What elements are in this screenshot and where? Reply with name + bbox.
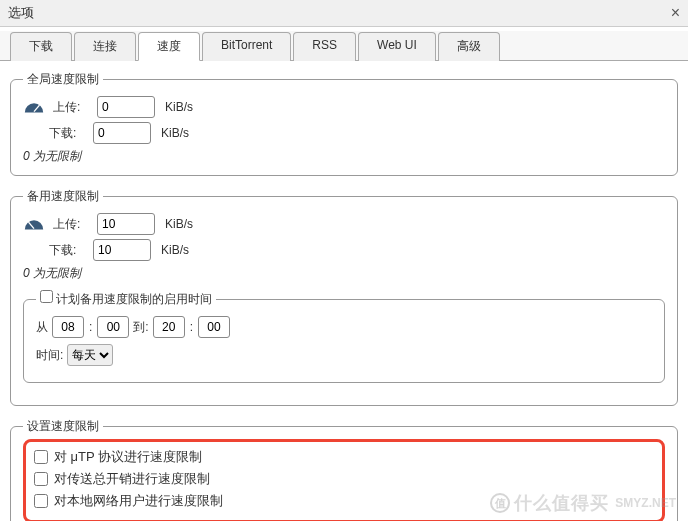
alt-speed-fieldset: 备用速度限制 上传: KiB/s 下载: KiB/s 0 为无限制 计划备用速度…: [10, 188, 678, 406]
gauge-icon: [23, 100, 45, 114]
to-min-input[interactable]: [198, 316, 230, 338]
from-min-input[interactable]: [97, 316, 129, 338]
tab-advanced[interactable]: 高级: [438, 32, 500, 61]
content-area: 全局速度限制 上传: KiB/s 下载: KiB/s 0 为无限制 备用速度限制…: [0, 61, 688, 521]
watermark: 值 什么值得买 SMYZ.NET: [490, 491, 676, 515]
global-speed-fieldset: 全局速度限制 上传: KiB/s 下载: KiB/s 0 为无限制: [10, 71, 678, 176]
rate-settings-legend: 设置速度限制: [23, 418, 103, 435]
global-upload-input[interactable]: [97, 96, 155, 118]
overhead-checkbox[interactable]: [34, 472, 48, 486]
title-bar: 选项 ×: [0, 0, 688, 27]
tab-connection[interactable]: 连接: [74, 32, 136, 61]
alt-upload-label: 上传:: [53, 216, 91, 233]
alt-hint: 0 为无限制: [23, 265, 665, 282]
overhead-label: 对传送总开销进行速度限制: [54, 470, 210, 488]
alt-download-unit: KiB/s: [161, 243, 189, 257]
schedule-fieldset: 计划备用速度限制的启用时间 从 : 到: : 时间: 每天: [23, 290, 665, 383]
tab-download[interactable]: 下载: [10, 32, 72, 61]
lan-checkbox[interactable]: [34, 494, 48, 508]
schedule-legend: 计划备用速度限制的启用时间: [36, 290, 216, 308]
from-label: 从: [36, 319, 48, 336]
utp-label: 对 μTP 协议进行速度限制: [54, 448, 202, 466]
alt-upload-input[interactable]: [97, 213, 155, 235]
schedule-label: 计划备用速度限制的启用时间: [56, 292, 212, 306]
global-download-label: 下载:: [49, 125, 87, 142]
close-icon[interactable]: ×: [671, 4, 680, 22]
when-label: 时间:: [36, 347, 63, 364]
alt-upload-unit: KiB/s: [165, 217, 193, 231]
tab-speed[interactable]: 速度: [138, 32, 200, 61]
to-label: 到:: [133, 319, 148, 336]
from-hour-input[interactable]: [52, 316, 84, 338]
tab-bar: 下载 连接 速度 BitTorrent RSS Web UI 高级: [0, 31, 688, 61]
alt-download-input[interactable]: [93, 239, 151, 261]
watermark-text-zh: 什么值得买: [514, 491, 609, 515]
global-upload-label: 上传:: [53, 99, 91, 116]
global-download-unit: KiB/s: [161, 126, 189, 140]
tab-rss[interactable]: RSS: [293, 32, 356, 61]
alt-download-label: 下载:: [49, 242, 87, 259]
gauge-icon: [23, 217, 45, 231]
to-hour-input[interactable]: [153, 316, 185, 338]
schedule-checkbox[interactable]: [40, 290, 53, 303]
window-title: 选项: [8, 4, 34, 22]
utp-checkbox[interactable]: [34, 450, 48, 464]
colon: :: [89, 320, 92, 334]
lan-label: 对本地网络用户进行速度限制: [54, 492, 223, 510]
alt-speed-legend: 备用速度限制: [23, 188, 103, 205]
global-upload-unit: KiB/s: [165, 100, 193, 114]
tab-bittorrent[interactable]: BitTorrent: [202, 32, 291, 61]
global-download-input[interactable]: [93, 122, 151, 144]
watermark-logo-icon: 值: [490, 493, 510, 513]
watermark-text-en: SMYZ.NET: [615, 496, 676, 510]
days-select[interactable]: 每天: [67, 344, 113, 366]
global-speed-legend: 全局速度限制: [23, 71, 103, 88]
tab-webui[interactable]: Web UI: [358, 32, 436, 61]
global-hint: 0 为无限制: [23, 148, 665, 165]
colon: :: [190, 320, 193, 334]
